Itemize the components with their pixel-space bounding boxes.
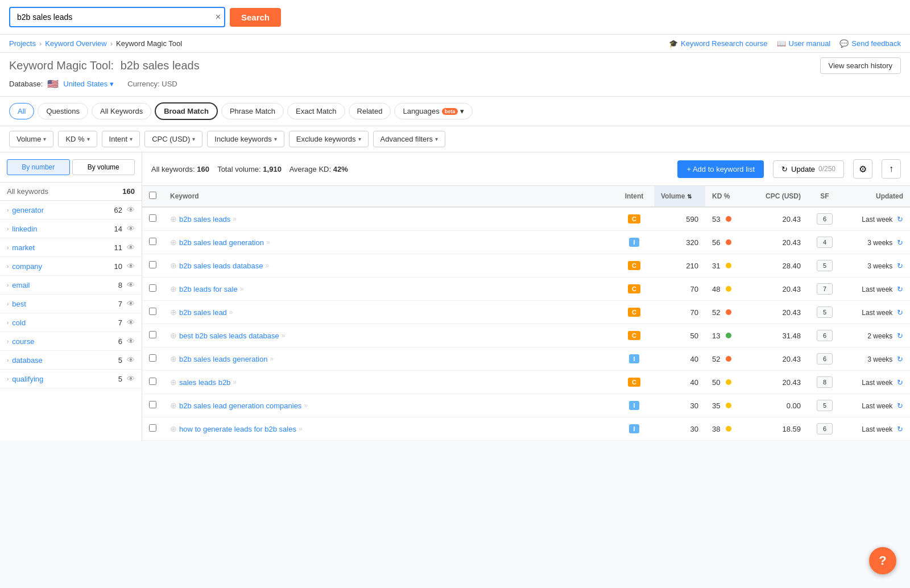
- list-item[interactable]: › company 10 👁: [0, 257, 142, 276]
- chevron-right-icon: »: [233, 378, 237, 386]
- list-item[interactable]: › best 7 👁: [0, 295, 142, 313]
- tab-exact-match[interactable]: Exact Match: [287, 103, 345, 119]
- list-item[interactable]: › email 8 👁: [0, 276, 142, 295]
- row-checkbox[interactable]: [149, 308, 156, 315]
- settings-button[interactable]: ⚙: [853, 159, 872, 179]
- kd-filter[interactable]: KD % ▾: [58, 131, 97, 147]
- breadcrumb-keyword-overview[interactable]: Keyword Overview: [45, 39, 106, 48]
- view-history-button[interactable]: View search history: [820, 57, 901, 74]
- row-checkbox[interactable]: [149, 284, 156, 292]
- expand-icon: ›: [7, 357, 9, 363]
- list-item[interactable]: › qualifying 5 👁: [0, 370, 142, 388]
- user-manual-link[interactable]: 📖 User manual: [777, 39, 831, 48]
- keyword-link[interactable]: ⊕ b2b sales leads generation »: [170, 354, 607, 363]
- plus-circle-icon: ⊕: [170, 378, 177, 387]
- keyword-link[interactable]: ⊕ how to generate leads for b2b sales »: [170, 424, 607, 433]
- search-input-wrapper: ×: [9, 7, 225, 27]
- eye-icon[interactable]: 👁: [127, 318, 135, 327]
- keyword-link[interactable]: ⊕ b2b leads for sale »: [170, 284, 607, 293]
- keyword-link[interactable]: ⊕ b2b sales lead generation »: [170, 238, 607, 247]
- keyword-link[interactable]: ⊕ b2b sales leads »: [170, 214, 607, 223]
- refresh-icon[interactable]: ↻: [897, 378, 903, 387]
- tab-all[interactable]: All: [9, 103, 34, 119]
- row-checkbox[interactable]: [149, 261, 156, 268]
- list-item[interactable]: › market 11 👁: [0, 238, 142, 257]
- keyword-research-course-link[interactable]: 🎓 Keyword Research course: [669, 39, 767, 48]
- update-button[interactable]: ↻ Update 0/250: [773, 160, 844, 178]
- tab-phrase-match[interactable]: Phrase Match: [221, 103, 284, 119]
- refresh-icon[interactable]: ↻: [897, 238, 903, 247]
- sf-cell: 6: [808, 417, 842, 441]
- row-checkbox[interactable]: [149, 378, 156, 385]
- row-checkbox[interactable]: [149, 214, 156, 222]
- tab-languages[interactable]: Languages beta ▾: [394, 103, 473, 119]
- advanced-filters[interactable]: Advanced filters ▾: [373, 131, 446, 147]
- cpc-cell: 20.43: [756, 278, 808, 301]
- sort-by-number-button[interactable]: By number: [7, 159, 70, 175]
- export-button[interactable]: ↑: [882, 159, 901, 179]
- row-checkbox[interactable]: [149, 424, 156, 432]
- list-item[interactable]: › course 6 👁: [0, 332, 142, 351]
- expand-icon: ›: [7, 263, 9, 270]
- row-checkbox[interactable]: [149, 238, 156, 245]
- clear-button[interactable]: ×: [216, 12, 221, 22]
- volume-cell: 30: [654, 417, 705, 441]
- add-to-keyword-list-button[interactable]: + Add to keyword list: [677, 160, 764, 178]
- eye-icon[interactable]: 👁: [127, 374, 135, 383]
- list-item[interactable]: › database 5 👁: [0, 351, 142, 370]
- refresh-icon[interactable]: ↻: [897, 332, 903, 340]
- sf-cell: 5: [808, 301, 842, 324]
- eye-icon[interactable]: 👁: [127, 355, 135, 365]
- refresh-icon[interactable]: ↻: [897, 401, 903, 410]
- row-checkbox[interactable]: [149, 401, 156, 408]
- refresh-icon[interactable]: ↻: [897, 262, 903, 270]
- book-icon: 📖: [777, 39, 786, 48]
- breadcrumb: Projects › Keyword Overview › Keyword Ma…: [9, 39, 182, 48]
- keyword-link[interactable]: ⊕ b2b sales leads database »: [170, 261, 607, 270]
- intent-cell: C: [614, 301, 654, 324]
- list-item[interactable]: › linkedin 14 👁: [0, 220, 142, 238]
- eye-icon[interactable]: 👁: [127, 337, 135, 346]
- sort-by-volume-button[interactable]: By volume: [72, 159, 135, 175]
- eye-icon[interactable]: 👁: [127, 262, 135, 271]
- eye-icon[interactable]: 👁: [127, 205, 135, 214]
- sf-cell: 7: [808, 278, 842, 301]
- refresh-icon[interactable]: ↻: [897, 355, 903, 363]
- keyword-link[interactable]: ⊕ b2b sales lead generation companies »: [170, 401, 607, 410]
- volume-filter[interactable]: Volume ▾: [9, 131, 53, 147]
- tab-broad-match[interactable]: Broad Match: [155, 102, 218, 120]
- keyword-link[interactable]: ⊕ sales leads b2b »: [170, 378, 607, 387]
- row-checkbox[interactable]: [149, 331, 156, 338]
- eye-icon[interactable]: 👁: [127, 224, 135, 233]
- refresh-icon[interactable]: ↻: [897, 308, 903, 317]
- breadcrumb-projects[interactable]: Projects: [9, 39, 36, 48]
- expand-icon: ›: [7, 301, 9, 307]
- eye-icon[interactable]: 👁: [127, 243, 135, 252]
- list-item[interactable]: › cold 7 👁: [0, 313, 142, 332]
- volume-column-header[interactable]: Volume ⇅: [654, 186, 705, 207]
- include-keywords-filter[interactable]: Include keywords ▾: [207, 131, 284, 147]
- country-selector[interactable]: United States ▾: [63, 80, 114, 88]
- exclude-keywords-filter[interactable]: Exclude keywords ▾: [289, 131, 369, 147]
- search-button[interactable]: Search: [230, 8, 281, 27]
- cpc-filter[interactable]: CPC (USD) ▾: [144, 131, 202, 147]
- refresh-icon[interactable]: ↻: [897, 215, 903, 223]
- tab-related[interactable]: Related: [349, 103, 391, 119]
- volume-cell: 70: [654, 301, 705, 324]
- row-checkbox[interactable]: [149, 354, 156, 362]
- intent-filter[interactable]: Intent ▾: [102, 131, 140, 147]
- send-feedback-link[interactable]: 💬 Send feedback: [839, 39, 901, 48]
- list-item[interactable]: › generator 62 👁: [0, 201, 142, 220]
- keyword-link[interactable]: ⊕ b2b sales lead »: [170, 308, 607, 317]
- tab-questions[interactable]: Questions: [38, 103, 88, 119]
- cpc-cell: 31.48: [756, 324, 808, 347]
- eye-icon[interactable]: 👁: [127, 299, 135, 308]
- search-input[interactable]: [9, 7, 225, 27]
- sf-cell: 5: [808, 394, 842, 417]
- refresh-icon[interactable]: ↻: [897, 425, 903, 433]
- select-all-checkbox[interactable]: [149, 192, 156, 199]
- refresh-icon[interactable]: ↻: [897, 285, 903, 293]
- keyword-link[interactable]: ⊕ best b2b sales leads database »: [170, 331, 607, 340]
- eye-icon[interactable]: 👁: [127, 280, 135, 289]
- tab-all-keywords[interactable]: All Keywords: [92, 103, 151, 119]
